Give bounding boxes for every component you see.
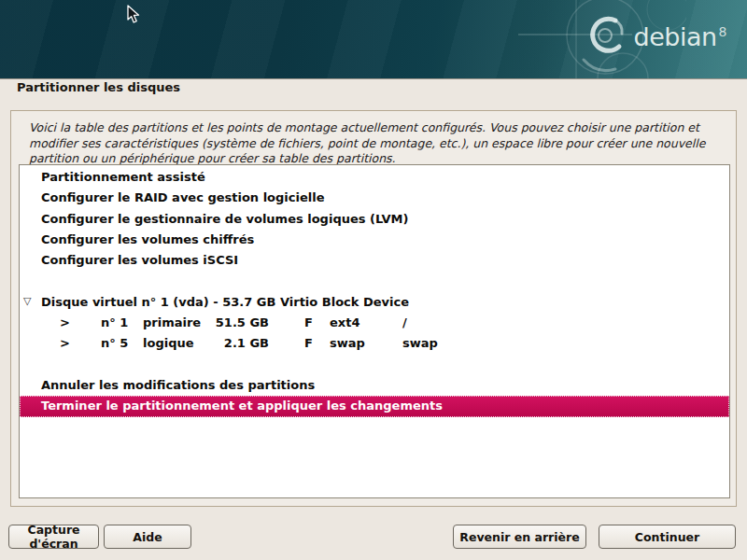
back-button[interactable]: Revenir en arrière [453,525,586,549]
list-item[interactable]: Configurer les volumes iSCSI [20,250,729,271]
list-item-selected[interactable]: Terminer le partitionnement et appliquer… [20,396,729,416]
list-item[interactable]: Annuler les modifications des partitions [20,375,729,396]
partition-row[interactable]: >n° 1primaire51.5 GBFext4/ [20,313,729,333]
blank-row [20,271,729,291]
list-item-label: Configurer le RAID avec gestion logiciel… [41,190,325,204]
list-item[interactable]: Configurer le gestionnaire de volumes lo… [20,209,729,230]
partition-marker: > [60,315,70,329]
partition-number: n° 5 [101,336,128,350]
page-title: Partitionner les disques [17,80,180,94]
partition-size: 51.5 GB [178,315,269,329]
partition-row[interactable]: >n° 5logique2.1 GBFswapswap [20,333,729,354]
list-item[interactable]: Configurer les volumes chiffrés [20,230,729,250]
device-row[interactable]: ▽Disque virtuel n° 1 (vda) - 53.7 GB Vir… [20,292,729,313]
list-item-label: Configurer le gestionnaire de volumes lo… [41,212,408,226]
blank-row [20,355,729,375]
partition-flag: F [304,315,313,329]
list-item[interactable]: Configurer le RAID avec gestion logiciel… [20,188,729,208]
header-banner: debian8 [0,0,747,79]
partition-mountpoint: / [402,315,407,329]
list-item[interactable]: Partitionnement assisté [20,167,729,188]
list-item-label: Terminer le partitionnement et appliquer… [41,399,443,413]
partition-mountpoint: swap [402,336,438,350]
partition-listbox[interactable]: Partitionnement assistéConfigurer le RAI… [19,164,730,498]
debian-version: 8 [719,24,726,39]
instruction-text: Voici la table des partitions et les poi… [29,120,720,167]
partition-size: 2.1 GB [178,336,269,350]
list-item-label: Annuler les modifications des partitions [41,378,315,392]
list-item-label: Configurer les volumes chiffrés [41,232,254,246]
help-button[interactable]: Aide [104,525,191,549]
partition-flag: F [304,336,313,350]
partition-number: n° 1 [101,315,128,329]
partition-marker: > [60,336,70,350]
expander-open-icon[interactable]: ▽ [23,295,31,307]
main-frame: Voici la table des partitions et les poi… [10,110,737,507]
device-label: Disque virtuel n° 1 (vda) - 53.7 GB Virt… [41,295,409,309]
list-item-label: Configurer les volumes iSCSI [41,253,238,267]
mouse-cursor-icon [127,5,140,24]
screenshot-button[interactable]: Capture d'écran [8,525,99,549]
partition-filesystem: ext4 [330,315,359,329]
debian-logo-text: debian8 [634,24,726,49]
partition-filesystem: swap [330,336,365,350]
continue-button[interactable]: Continuer [599,525,736,549]
list-item-label: Partitionnement assisté [41,170,205,184]
